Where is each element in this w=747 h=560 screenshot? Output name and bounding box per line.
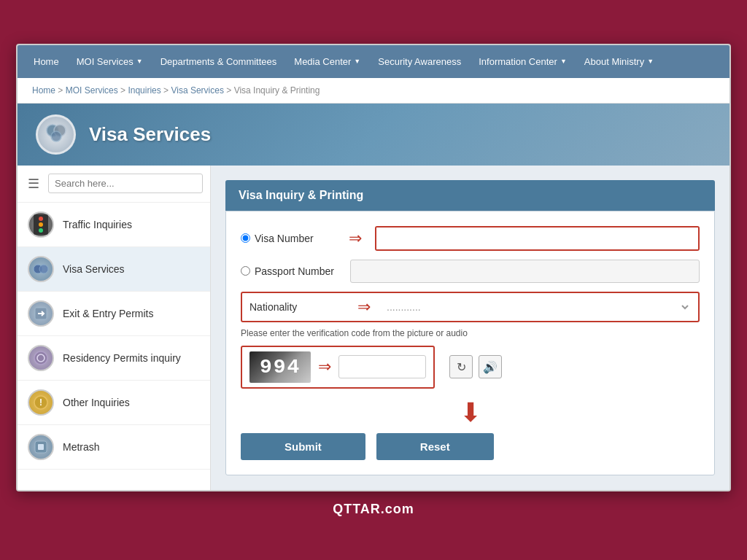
sidebar-label-traffic: Traffic Inquiries bbox=[63, 219, 132, 230]
top-nav: Home MOI Services ▼ Departments & Commit… bbox=[18, 45, 729, 78]
nav-moi-services[interactable]: MOI Services ▼ bbox=[68, 45, 152, 78]
sidebar-search-container: ☰ bbox=[18, 166, 210, 203]
captcha-arrow-icon: ⇒ bbox=[318, 357, 331, 376]
nationality-select[interactable]: ............ Qatar India Pakistan Philip… bbox=[384, 300, 691, 314]
breadcrumb-inquiries[interactable]: Inquiries bbox=[128, 85, 160, 96]
search-input[interactable] bbox=[48, 174, 203, 193]
visa-services-icon bbox=[36, 114, 76, 155]
chevron-down-icon: ▼ bbox=[136, 58, 143, 65]
sidebar-label-other: Other Inquiries bbox=[63, 397, 130, 408]
visa-icon bbox=[28, 256, 54, 282]
sidebar-label-residency: Residency Permits inquiry bbox=[63, 352, 181, 364]
main-content: ☰ Traffic Inquiries bbox=[18, 166, 729, 490]
sidebar-item-traffic[interactable]: Traffic Inquiries bbox=[18, 203, 210, 247]
chevron-down-icon: ▼ bbox=[354, 58, 360, 65]
svg-point-4 bbox=[39, 265, 48, 273]
nav-departments[interactable]: Departments & Committees bbox=[152, 45, 286, 78]
nav-home[interactable]: Home bbox=[25, 45, 68, 78]
breadcrumb-current: Visa Inquiry & Printing bbox=[234, 85, 320, 96]
captcha-audio-button[interactable]: 🔊 bbox=[479, 355, 502, 378]
submit-button[interactable]: Submit bbox=[241, 433, 365, 460]
hamburger-icon[interactable]: ☰ bbox=[25, 173, 42, 195]
nav-media-center[interactable]: Media Center ▼ bbox=[285, 45, 369, 78]
page-title: Visa Services bbox=[89, 123, 211, 146]
page-footer-label: QTTAR.com bbox=[333, 502, 414, 517]
nav-about-ministry[interactable]: About Ministry ▼ bbox=[576, 45, 662, 78]
header-banner: Visa Services bbox=[18, 104, 729, 166]
chevron-down-icon: ▼ bbox=[647, 58, 654, 65]
form-title: Visa Inquiry & Printing bbox=[239, 189, 363, 201]
exit-entry-icon bbox=[28, 300, 54, 327]
svg-text:!: ! bbox=[39, 397, 42, 408]
nav-security-awareness[interactable]: Security Awareness bbox=[369, 45, 470, 78]
form-title-bar: Visa Inquiry & Printing bbox=[225, 180, 715, 211]
other-icon: ! bbox=[28, 389, 54, 416]
passport-number-input[interactable] bbox=[350, 260, 700, 283]
verification-note: Please enter the verification code from … bbox=[241, 328, 700, 338]
reset-button[interactable]: Reset bbox=[376, 433, 494, 460]
form-body: Visa Number ⇒ Passport Number bbox=[225, 211, 715, 475]
breadcrumb-home[interactable]: Home bbox=[32, 85, 55, 96]
captcha-image: 994 bbox=[249, 351, 311, 383]
visa-number-input[interactable] bbox=[376, 228, 698, 249]
visa-number-input-wrapper bbox=[375, 226, 700, 251]
sidebar-label-exit: Exit & Entry Permits bbox=[63, 308, 153, 319]
form-area: Visa Inquiry & Printing Visa Number ⇒ bbox=[211, 166, 729, 490]
nationality-arrow-icon: ⇒ bbox=[357, 298, 371, 316]
sidebar-label-visa: Visa Services bbox=[63, 263, 125, 275]
captcha-controls: ↻ 🔊 bbox=[449, 355, 502, 378]
browser-frame: Home MOI Services ▼ Departments & Commit… bbox=[16, 44, 731, 491]
chevron-down-icon: ▼ bbox=[560, 58, 567, 65]
svg-rect-12 bbox=[38, 444, 44, 450]
metrash-icon bbox=[28, 434, 54, 460]
captcha-container: 994 ⇒ ↻ 🔊 bbox=[241, 346, 700, 389]
breadcrumb: Home > MOI Services > Inquiries > Visa S… bbox=[18, 78, 729, 104]
sidebar-item-exit-entry[interactable]: Exit & Entry Permits bbox=[18, 292, 210, 336]
visa-number-radio[interactable] bbox=[241, 233, 250, 243]
captcha-input[interactable] bbox=[338, 355, 426, 378]
captcha-wrapper: 994 ⇒ bbox=[241, 346, 435, 389]
visa-arrow-icon: ⇒ bbox=[349, 229, 362, 248]
nationality-label: Nationality bbox=[249, 301, 344, 313]
sidebar-label-metrash: Metrash bbox=[63, 441, 100, 453]
nationality-row: Nationality ⇒ ............ Qatar India P… bbox=[241, 292, 700, 322]
button-row: Submit Reset bbox=[241, 433, 700, 460]
down-arrow-container: ⬇ bbox=[241, 400, 700, 426]
down-arrow-icon: ⬇ bbox=[460, 400, 481, 426]
svg-point-7 bbox=[34, 351, 47, 365]
passport-number-row: Passport Number bbox=[241, 260, 700, 283]
passport-number-label: Passport Number bbox=[241, 265, 336, 277]
breadcrumb-moi-services[interactable]: MOI Services bbox=[66, 85, 118, 96]
captcha-refresh-button[interactable]: ↻ bbox=[449, 355, 473, 378]
traffic-icon bbox=[28, 211, 54, 238]
breadcrumb-visa-services[interactable]: Visa Services bbox=[171, 85, 223, 96]
sidebar-item-residency[interactable]: Residency Permits inquiry bbox=[18, 336, 210, 381]
sidebar: ☰ Traffic Inquiries bbox=[18, 166, 211, 490]
nav-information-center[interactable]: Information Center ▼ bbox=[470, 45, 576, 78]
sidebar-item-metrash[interactable]: Metrash bbox=[18, 425, 210, 470]
sidebar-item-other[interactable]: ! Other Inquiries bbox=[18, 381, 210, 425]
visa-number-row: Visa Number ⇒ bbox=[241, 226, 700, 251]
passport-number-radio[interactable] bbox=[241, 266, 250, 276]
residency-icon bbox=[28, 345, 54, 371]
visa-number-label: Visa Number bbox=[241, 233, 336, 244]
sidebar-item-visa[interactable]: Visa Services bbox=[18, 247, 210, 292]
svg-point-2 bbox=[51, 131, 61, 141]
